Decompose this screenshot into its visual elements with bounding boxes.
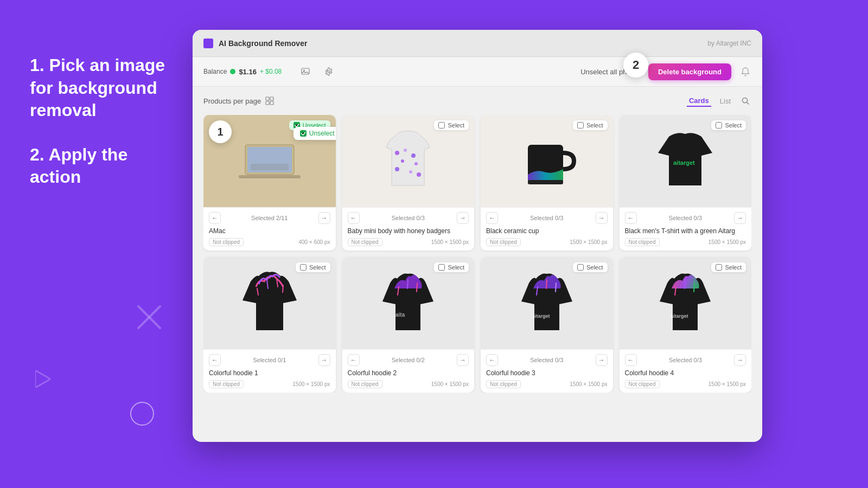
svg-point-24 xyxy=(395,167,399,171)
card-5-select[interactable]: Select xyxy=(296,262,330,272)
settings-icon[interactable] xyxy=(321,64,336,79)
card-5-status: Not clipped xyxy=(209,380,244,388)
card-footer-7: ← Selected 0/3 → Colorful hoodie 3 Not c… xyxy=(481,349,613,393)
toolbar-icons xyxy=(298,64,336,79)
search-icon[interactable] xyxy=(739,95,751,107)
svg-point-26 xyxy=(417,172,421,177)
svg-rect-8 xyxy=(266,101,269,105)
card-3-dimensions: 1500 × 1500 px xyxy=(570,239,607,245)
card-image-1: 1 Unselect xyxy=(203,115,336,207)
card-2-prev-btn[interactable]: ← xyxy=(348,212,360,224)
svg-point-4 xyxy=(303,70,305,72)
card-8-count: Selected 0/3 xyxy=(669,357,702,363)
card-footer-2: ← Selected 0/3 → Baby mini body with hon… xyxy=(342,207,475,251)
card-1-next-btn[interactable]: → xyxy=(318,212,330,224)
card-2-next-btn[interactable]: → xyxy=(457,212,469,224)
card-8-select[interactable]: Select xyxy=(711,262,746,272)
card-1-dimensions: 400 × 600 px xyxy=(298,239,330,245)
card-4-count: Selected 0/3 xyxy=(669,215,702,221)
card-7-dimensions: 1500 × 1500 px xyxy=(570,381,607,387)
card-footer-3: ← Selected 0/3 → Black ceramic cup Not c… xyxy=(481,207,613,251)
cards-grid: 1 Unselect xyxy=(203,115,751,393)
deco-play-icon xyxy=(35,370,50,388)
card-footer-5: ← Selected 0/1 → Colorful hoodie 1 Not c… xyxy=(203,349,336,393)
app-title: AI Background Remover xyxy=(219,39,707,48)
card-8-status: Not clipped xyxy=(625,380,660,388)
card-6-select[interactable]: Select xyxy=(434,262,469,272)
card-3-select[interactable]: Select xyxy=(573,120,608,130)
card-4-dimensions: 1500 × 1500 px xyxy=(709,239,746,245)
svg-rect-9 xyxy=(270,101,273,105)
product-card-3: Select ← Selected 0/3 → Black ceramic cu… xyxy=(481,115,613,251)
deco-x-icon xyxy=(136,304,163,331)
svg-text:aitarget: aitarget xyxy=(673,159,695,166)
card-8-prev-btn[interactable]: ← xyxy=(625,354,637,366)
card-4-next-btn[interactable]: → xyxy=(734,212,746,224)
svg-point-19 xyxy=(395,151,399,155)
card-4-prev-btn[interactable]: ← xyxy=(625,212,637,224)
toolbar-right: Unselect all photos Delete background xyxy=(580,63,751,80)
card-3-status: Not clipped xyxy=(486,238,521,246)
delete-background-button[interactable]: Delete background xyxy=(648,63,731,80)
svg-text:aitarget: aitarget xyxy=(532,313,550,319)
product-card-5: Select ← Selected 0/1 → Colorful hoodie … xyxy=(203,257,336,393)
card-7-next-btn[interactable]: → xyxy=(596,354,608,366)
svg-rect-14 xyxy=(239,175,301,178)
svg-rect-7 xyxy=(270,97,273,100)
card-4-status: Not clipped xyxy=(625,238,660,246)
products-per-page-label: Products per page xyxy=(203,97,261,105)
card-1-count: Selected 2/11 xyxy=(251,215,288,221)
card-3-count: Selected 0/3 xyxy=(530,215,563,221)
card-3-next-btn[interactable]: → xyxy=(596,212,608,224)
step1-text: 1. Pick an image for background removal xyxy=(30,54,168,122)
card-7-select[interactable]: Select xyxy=(573,262,608,272)
app-icon xyxy=(203,38,213,48)
card-image-2: Select xyxy=(342,115,475,207)
products-per-page: Products per page xyxy=(203,97,274,105)
svg-rect-28 xyxy=(528,180,563,184)
product-card-6: aita Select ← Selected 0/2 → Colorful ho… xyxy=(342,257,475,393)
card-image-5: Select xyxy=(203,257,336,349)
card-5-next-btn[interactable]: → xyxy=(318,354,330,366)
svg-point-21 xyxy=(411,153,416,158)
balance-bonus: + $0.08 xyxy=(260,68,282,75)
left-panel: 1. Pick an image for background removal … xyxy=(0,0,190,488)
card-image-8: aitarget Select xyxy=(620,257,752,349)
card-4-select[interactable]: Select xyxy=(711,120,746,130)
products-header: Products per page Cards List xyxy=(203,95,751,107)
card-6-status: Not clipped xyxy=(348,380,382,388)
card-1-prev-btn[interactable]: ← xyxy=(209,212,221,224)
card-2-select[interactable]: Select xyxy=(434,120,469,130)
card-footer-6: ← Selected 0/2 → Colorful hoodie 2 Not c… xyxy=(342,349,475,393)
step2-badge: 2 xyxy=(623,53,648,78)
svg-point-25 xyxy=(409,170,412,174)
card-footer-8: ← Selected 0/3 → Colorful hoodie 4 Not c… xyxy=(620,349,752,393)
card-2-title: Baby mini body with honey badgers xyxy=(348,227,469,235)
card-5-prev-btn[interactable]: ← xyxy=(209,354,221,366)
view-controls: Cards List xyxy=(687,95,751,107)
product-card-8: aitarget Select ← Selected 0/3 → Colorfu… xyxy=(620,257,752,393)
bell-icon[interactable] xyxy=(739,66,751,78)
card-8-next-btn[interactable]: → xyxy=(734,354,746,366)
svg-rect-16 xyxy=(251,164,289,170)
image-icon[interactable] xyxy=(298,64,313,79)
card-6-next-btn[interactable]: → xyxy=(457,354,469,366)
card-3-prev-btn[interactable]: ← xyxy=(486,212,498,224)
card-2-count: Selected 0/3 xyxy=(392,215,425,221)
product-card-7: aitarget Select ← Selected 0/3 → Colorfu… xyxy=(481,257,613,393)
card-image-7: aitarget Select xyxy=(481,257,613,349)
list-view-button[interactable]: List xyxy=(718,96,733,106)
product-card-2: Select ← Selected 0/3 → Baby mini body w… xyxy=(342,115,475,251)
svg-point-22 xyxy=(401,159,404,163)
app-window: AI Background Remover by Aitarget INC 2 … xyxy=(193,30,762,442)
svg-point-23 xyxy=(414,162,418,165)
svg-point-5 xyxy=(328,70,330,73)
svg-rect-6 xyxy=(266,97,269,100)
card-7-prev-btn[interactable]: ← xyxy=(486,354,498,366)
balance-section: Balance $1.16 + $0.08 xyxy=(203,68,282,76)
content-area: Products per page Cards List 1 xyxy=(193,87,762,442)
card-6-prev-btn[interactable]: ← xyxy=(348,354,360,366)
card-5-title: Colorful hoodie 1 xyxy=(209,369,330,377)
cards-view-button[interactable]: Cards xyxy=(687,95,711,107)
toolbar: 2 Balance $1.16 + $0.08 Unselect all pho… xyxy=(193,57,762,87)
